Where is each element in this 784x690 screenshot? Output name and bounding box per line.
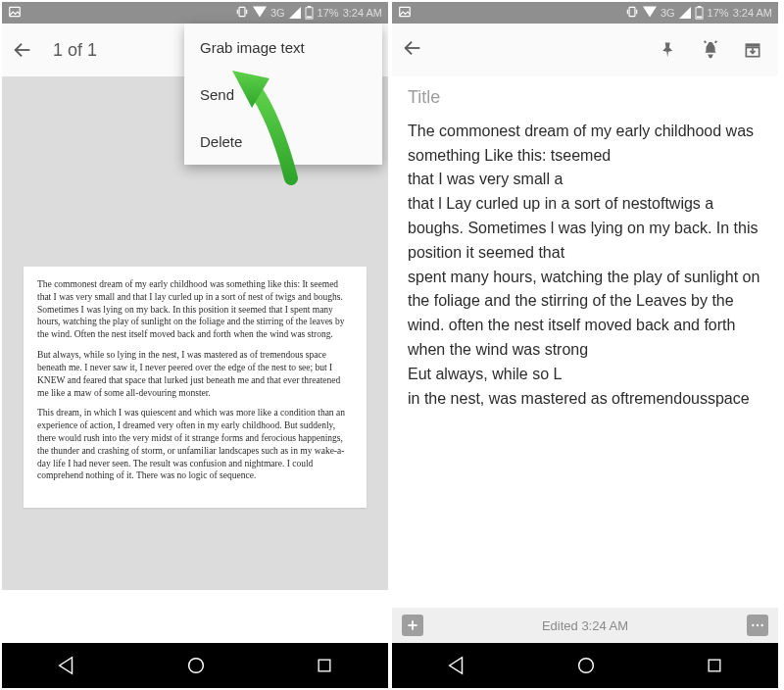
svg-point-31 <box>760 624 762 626</box>
svg-marker-18 <box>643 6 657 17</box>
page-paragraph: This dream, in which I was quiescent and… <box>37 407 353 482</box>
note-body-text[interactable]: The commonest dream of my early childhoo… <box>408 120 762 412</box>
svg-marker-5 <box>289 7 301 19</box>
note-footer: Edited 3:24 AM <box>392 608 778 643</box>
nav-recent[interactable] <box>315 656 334 675</box>
svg-marker-11 <box>60 658 73 674</box>
reminder-icon[interactable] <box>700 39 721 61</box>
toolbar-right <box>392 24 778 76</box>
battery-icon <box>695 6 704 20</box>
status-bar: 3G 17% 3:24 AM <box>2 2 388 24</box>
battery-pct: 17% <box>708 7 729 19</box>
nav-home[interactable] <box>185 655 207 676</box>
clock-time: 3:24 AM <box>733 7 772 19</box>
svg-rect-24 <box>746 43 760 46</box>
pin-icon[interactable] <box>659 40 678 60</box>
back-button[interactable] <box>402 37 423 63</box>
svg-rect-8 <box>306 17 311 19</box>
back-button[interactable] <box>12 39 33 61</box>
battery-pct: 17% <box>318 7 339 19</box>
svg-rect-13 <box>318 660 330 671</box>
nav-back[interactable] <box>446 655 467 676</box>
status-bar: 3G 17% 3:24 AM <box>392 2 778 24</box>
android-navbar <box>2 643 388 688</box>
wifi-icon <box>253 6 267 20</box>
android-navbar <box>392 643 778 688</box>
image-icon <box>398 5 412 21</box>
archive-icon[interactable] <box>743 40 762 60</box>
note-editor[interactable]: Title The commonest dream of my early ch… <box>392 76 778 608</box>
nav-home[interactable] <box>575 655 597 676</box>
svg-marker-19 <box>679 7 691 19</box>
scanned-page: The commonest dream of my early childhoo… <box>24 267 367 508</box>
nav-back[interactable] <box>56 655 77 676</box>
svg-point-30 <box>757 624 759 626</box>
more-button[interactable] <box>747 615 768 636</box>
svg-rect-7 <box>307 6 311 8</box>
svg-point-33 <box>579 659 594 673</box>
signal-icon <box>289 7 301 19</box>
wifi-icon <box>643 6 657 20</box>
vibrate-icon <box>235 5 249 21</box>
svg-rect-21 <box>697 6 701 8</box>
edited-label: Edited 3:24 AM <box>542 618 628 633</box>
image-icon <box>8 5 22 21</box>
svg-rect-22 <box>696 17 701 19</box>
note-title-field[interactable]: Title <box>408 84 762 112</box>
svg-rect-34 <box>709 660 720 671</box>
menu-grab-image-text[interactable]: Grab image text <box>184 24 382 71</box>
page-paragraph: The commonest dream of my early childhoo… <box>37 278 353 341</box>
svg-point-12 <box>189 659 204 673</box>
battery-icon <box>305 6 314 20</box>
phone-left: 3G 17% 3:24 AM 1 of 1 The commonest drea… <box>2 2 388 688</box>
nav-recent[interactable] <box>705 656 724 675</box>
svg-marker-4 <box>253 6 267 17</box>
menu-send[interactable]: Send <box>184 71 382 118</box>
menu-delete[interactable]: Delete <box>184 118 382 165</box>
phone-right: 3G 17% 3:24 AM <box>392 2 778 688</box>
svg-rect-1 <box>239 7 245 16</box>
add-button[interactable] <box>402 615 423 636</box>
svg-rect-15 <box>629 7 635 16</box>
vibrate-icon <box>625 5 639 21</box>
signal-icon <box>679 7 691 19</box>
page-paragraph: But always, while so lying in the nest, … <box>37 349 353 399</box>
page-counter: 1 of 1 <box>53 40 97 61</box>
overflow-menu: Grab image text Send Delete <box>184 24 382 165</box>
svg-marker-32 <box>450 658 463 674</box>
network-label: 3G <box>661 7 675 19</box>
clock-time: 3:24 AM <box>343 7 382 19</box>
svg-point-29 <box>752 624 754 626</box>
network-label: 3G <box>270 7 285 19</box>
